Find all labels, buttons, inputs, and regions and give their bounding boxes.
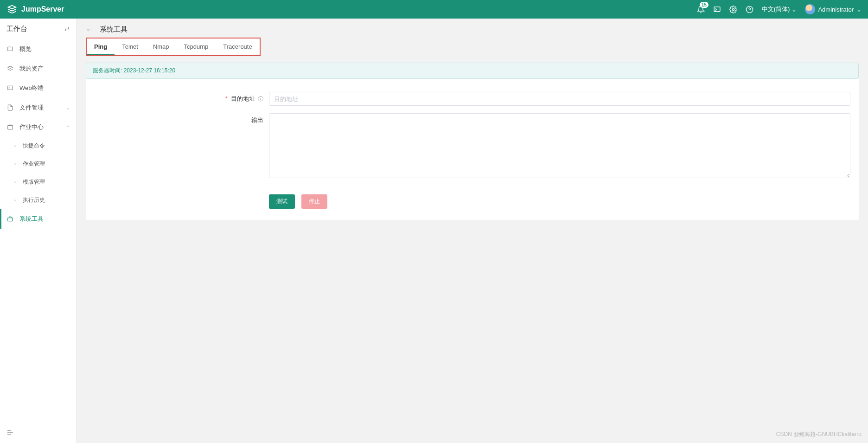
chevron-up-icon: ⌃	[66, 125, 70, 130]
output-textarea[interactable]	[269, 113, 850, 178]
tab-ping[interactable]: Ping	[87, 39, 115, 55]
sidebar-item-label: 执行历史	[23, 196, 45, 204]
test-button[interactable]: 测试	[269, 194, 295, 209]
tab-bar: Ping Telnet Nmap Tcpdump Traceroute	[87, 39, 260, 55]
sidebar-item-label: 系统工具	[19, 215, 44, 223]
brand-text: JumpServer	[21, 5, 64, 13]
header-right: 15 中文(简体) ⌄ Administrator ⌄	[697, 4, 862, 14]
language-selector[interactable]: 中文(简体) ⌄	[762, 5, 797, 13]
username-label: Administrator	[818, 6, 854, 13]
brand-logo[interactable]: JumpServer	[6, 4, 64, 15]
terminal-icon	[6, 85, 13, 92]
terminal-icon[interactable]	[713, 6, 721, 13]
gear-icon[interactable]	[729, 6, 737, 13]
form-row-target: * 目的地址 ⓘ	[86, 88, 859, 109]
target-label: * 目的地址 ⓘ	[86, 92, 269, 106]
button-row: 测试 停止	[86, 194, 859, 209]
tab-telnet[interactable]: Telnet	[115, 39, 146, 55]
svg-rect-6	[7, 126, 13, 129]
svg-rect-0	[714, 6, 720, 11]
sidebar-item-system-tools[interactable]: 系统工具	[0, 209, 76, 229]
logo-icon	[6, 4, 18, 15]
stop-button[interactable]: 停止	[301, 194, 327, 209]
top-header: JumpServer 15 中文(简体) ⌄ Administrator ⌄	[0, 0, 868, 19]
page-header: ← 系统工具	[77, 19, 868, 38]
server-time-banner: 服务器时间: 2023-12-27 16:15:20	[86, 63, 859, 79]
svg-rect-5	[7, 86, 13, 90]
sidebar-item-label: 我的资产	[19, 64, 44, 73]
dashboard-icon	[6, 46, 13, 53]
sidebar-item-overview[interactable]: 概览	[0, 39, 76, 59]
required-mark: *	[225, 95, 228, 102]
sidebar-item-label: 模版管理	[23, 178, 45, 186]
page-title: 系统工具	[100, 25, 128, 34]
sidebar-sub-quick-cmd[interactable]: 快捷命令	[0, 137, 76, 155]
tab-nmap[interactable]: Nmap	[146, 39, 177, 55]
swap-icon[interactable]: ⇄	[64, 26, 70, 32]
file-icon	[6, 104, 13, 111]
collapse-icon[interactable]	[6, 430, 14, 437]
sidebar-item-label: 快捷命令	[23, 142, 45, 150]
svg-rect-4	[7, 47, 13, 51]
back-button[interactable]: ←	[86, 26, 93, 34]
layers-icon	[6, 65, 13, 72]
sidebar-list: 概览 我的资产 Web终端 文件管理 ⌄ 作业中心 ⌃ 快捷命令 作业管理	[0, 39, 76, 423]
tabs-highlight-box: Ping Telnet Nmap Tcpdump Traceroute	[86, 38, 261, 56]
avatar	[805, 4, 815, 14]
notification-badge: 15	[700, 2, 708, 8]
bell-icon[interactable]: 15	[697, 6, 705, 13]
sidebar-item-label: 作业中心	[19, 123, 44, 131]
toolbox-icon	[6, 216, 13, 223]
help-circle-icon[interactable]: ⓘ	[258, 96, 263, 102]
target-input[interactable]	[269, 92, 850, 106]
sidebar-header: 工作台 ⇄	[0, 19, 76, 39]
sidebar-item-web-terminal[interactable]: Web终端	[0, 78, 76, 98]
tab-traceroute[interactable]: Traceroute	[216, 39, 259, 55]
chevron-down-icon: ⌄	[791, 6, 797, 13]
output-label: 输出	[86, 113, 269, 127]
sidebar-footer	[0, 423, 76, 443]
sidebar-item-file-mgmt[interactable]: 文件管理 ⌄	[0, 98, 76, 117]
sidebar-sub-exec-history[interactable]: 执行历史	[0, 191, 76, 209]
sidebar-item-label: Web终端	[19, 84, 44, 92]
chevron-down-icon: ⌄	[856, 6, 862, 13]
sidebar-item-label: 作业管理	[23, 160, 45, 168]
language-label: 中文(简体)	[762, 5, 790, 13]
server-time-label: 服务器时间:	[93, 67, 122, 74]
content-card: 服务器时间: 2023-12-27 16:15:20 * 目的地址 ⓘ 输出	[86, 63, 859, 220]
svg-rect-7	[7, 218, 13, 221]
user-menu[interactable]: Administrator ⌄	[805, 4, 862, 14]
server-time-value: 2023-12-27 16:15:20	[124, 67, 175, 74]
sidebar-sub-template-mgmt[interactable]: 模版管理	[0, 173, 76, 191]
sidebar-item-my-assets[interactable]: 我的资产	[0, 59, 76, 78]
help-icon[interactable]	[746, 6, 753, 13]
svg-point-1	[732, 8, 734, 10]
chevron-down-icon: ⌄	[66, 105, 70, 110]
sidebar-title: 工作台	[6, 25, 27, 33]
tab-tcpdump[interactable]: Tcpdump	[177, 39, 216, 55]
job-icon	[6, 124, 13, 131]
sidebar: 工作台 ⇄ 概览 我的资产 Web终端 文件管理 ⌄ 作	[0, 19, 77, 443]
layout: 工作台 ⇄ 概览 我的资产 Web终端 文件管理 ⌄ 作	[0, 19, 868, 443]
form-row-output: 输出	[86, 109, 859, 183]
sidebar-item-label: 文件管理	[19, 103, 44, 112]
main-content: ← 系统工具 Ping Telnet Nmap Tcpdump Tracerou…	[77, 19, 868, 443]
sidebar-item-label: 概览	[19, 45, 32, 53]
sidebar-item-job-center[interactable]: 作业中心 ⌃	[0, 117, 76, 137]
sidebar-sub-job-mgmt[interactable]: 作业管理	[0, 155, 76, 173]
